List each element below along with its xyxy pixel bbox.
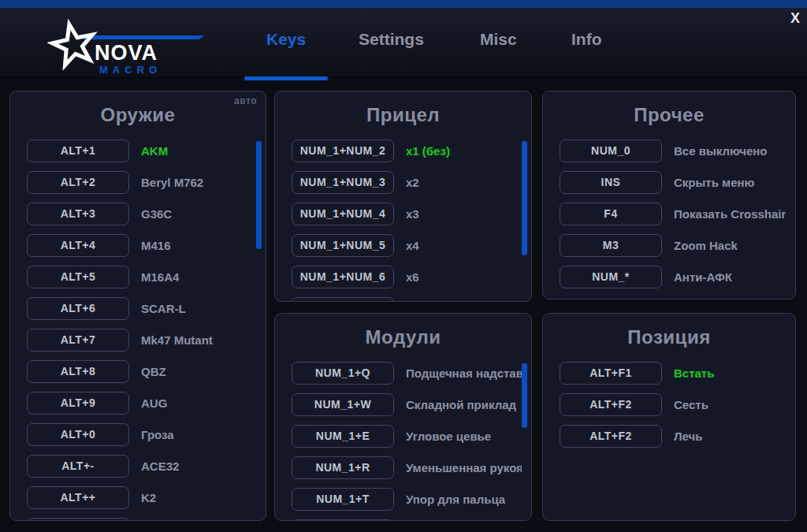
hotkey-row: ALT+8 QBZ (10, 355, 266, 387)
auto-badge: авто (234, 95, 257, 106)
hotkey-row (10, 513, 266, 521)
hotkey-button[interactable]: NUM_1+R (292, 456, 394, 479)
hotkey-button[interactable]: ALT+4 (27, 234, 129, 257)
panel-scope: Прицел NUM_1+NUM_2 x1 (без) NUM_1+NUM_3 … (274, 91, 532, 302)
hotkey-row: NUM_1+NUM_6 x6 (275, 261, 531, 292)
hotkey-button[interactable]: F4 (560, 203, 662, 225)
hotkey-action-label: Угловое цевье (406, 430, 522, 443)
hotkey-button[interactable]: NUM_1+W (292, 393, 394, 416)
panel-title-scope: Прицел (275, 91, 531, 127)
panel-title-weapons: Оружие (10, 91, 266, 127)
hotkey-action-label: Упор для пальца (406, 493, 522, 506)
hotkey-action-label: Zoom Hack (674, 239, 786, 252)
hotkey-action-label: Встать (674, 366, 786, 380)
hotkey-button[interactable]: ALT+5 (27, 266, 129, 288)
hotkey-action-label: Подщечная надстав (406, 366, 522, 380)
hotkey-button[interactable]: INS (560, 171, 662, 194)
hotkey-action-label: x6 (406, 270, 522, 284)
hotkey-row: NUM_1+NUM_4 x3 (275, 198, 531, 229)
tab-settings[interactable]: Settings (359, 30, 424, 49)
hotkey-button[interactable]: ALT+F2 (560, 393, 662, 416)
hotkey-row (275, 292, 531, 302)
hotkey-row: INS Скрыть меню (543, 166, 795, 198)
hotkey-button[interactable]: NUM_1+E (292, 425, 394, 448)
hotkey-button[interactable] (27, 518, 129, 522)
hotkey-action-label: x2 (406, 176, 522, 189)
hotkey-button[interactable]: ALT+2 (27, 171, 129, 194)
hotkey-button[interactable]: ALT+6 (27, 297, 129, 320)
tab-info[interactable]: Info (571, 30, 601, 49)
hotkey-button[interactable]: NUM_1+NUM_4 (292, 203, 394, 225)
hotkey-action-label: AUG (141, 396, 256, 410)
tab-misc[interactable]: Misc (480, 30, 517, 49)
hotkey-button[interactable]: NUM_1+NUM_2 (292, 140, 394, 162)
hotkey-row: ALT+0 Гроза (10, 419, 266, 450)
scrollbar-thumb[interactable] (256, 141, 262, 249)
hotkey-action-label: x1 (без) (406, 144, 522, 158)
hotkey-row: NUM_1+NUM_5 x4 (275, 229, 531, 261)
hotkey-button[interactable]: NUM_* (560, 266, 662, 288)
hotkey-action-label: SCAR-L (141, 302, 256, 315)
scrollbar-thumb[interactable] (522, 141, 527, 255)
hotkey-button[interactable] (292, 519, 394, 522)
hotkey-action-label: Показать Crosshair (674, 207, 786, 221)
app-logo: NOVA MACRO (41, 9, 179, 79)
hotkey-action-label: AKM (141, 144, 256, 158)
hotkey-action-label: M416 (141, 239, 256, 252)
hotkey-row: F4 Показать Crosshair (543, 198, 795, 229)
scrollbar-thumb[interactable] (522, 363, 527, 428)
hotkey-action-label: Скрыть меню (674, 176, 786, 189)
hotkey-button[interactable]: ALT+3 (27, 203, 129, 225)
hotkey-button[interactable]: ALT++ (27, 486, 129, 509)
panel-title-position: Позиция (543, 314, 795, 349)
hotkey-list-other: NUM_0 Все выключено INS Скрыть меню F4 П… (543, 135, 795, 292)
hotkey-row: ALT+1 AKM (10, 135, 266, 166)
hotkey-button[interactable]: ALT+9 (27, 392, 129, 415)
hotkey-row (275, 515, 531, 521)
panel-title-other: Прочее (543, 91, 795, 127)
hotkey-button[interactable]: ALT+F2 (560, 425, 662, 448)
hotkey-action-label: ACE32 (141, 459, 256, 473)
hotkey-button[interactable]: ALT+1 (27, 140, 129, 162)
hotkey-action-label: Складной приклад (406, 398, 522, 411)
hotkey-row: NUM_* Анти-АФК (543, 261, 795, 292)
hotkey-row: NUM_1+NUM_2 x1 (без) (275, 135, 531, 166)
hotkey-button[interactable]: NUM_1+NUM_5 (292, 234, 394, 257)
hotkey-button[interactable]: M3 (560, 234, 662, 257)
hotkey-button[interactable]: NUM_1+NUM_3 (292, 171, 394, 194)
close-button[interactable]: X (787, 9, 804, 27)
hotkey-row: M3 Zoom Hack (543, 229, 795, 261)
hotkey-button[interactable]: ALT+- (27, 455, 129, 478)
panel-weapons: авто Оружие ALT+1 AKM ALT+2 Beryl M762 A… (9, 91, 266, 521)
hotkey-button[interactable]: NUM_0 (560, 140, 662, 162)
hotkey-button[interactable]: ALT+7 (27, 329, 129, 352)
hotkey-action-label: Уменьшенная рукоя (406, 461, 522, 474)
hotkey-button[interactable]: NUM_1+Q (292, 362, 394, 385)
panel-title-modules: Модули (275, 314, 531, 349)
hotkey-button[interactable] (292, 297, 394, 303)
hotkey-button[interactable]: NUM_1+T (292, 488, 394, 511)
hotkey-button[interactable]: ALT+F1 (560, 362, 662, 385)
hotkey-row: NUM_0 Все выключено (543, 135, 795, 166)
hotkey-list-weapons: ALT+1 AKM ALT+2 Beryl M762 ALT+3 G36C AL… (10, 135, 266, 521)
hotkey-list-position: ALT+F1 Встать ALT+F2 Сесть ALT+F2 Лечь (543, 357, 795, 452)
hotkey-row: ALT+- ACE32 (10, 450, 266, 482)
hotkey-list-modules: NUM_1+Q Подщечная надстав NUM_1+W Складн… (275, 357, 531, 521)
hotkey-row: ALT+F2 Лечь (543, 420, 795, 452)
hotkey-action-label: x4 (406, 239, 522, 252)
tab-keys[interactable]: Keys (266, 30, 306, 49)
hotkey-row: NUM_1+W Складной приклад (275, 389, 531, 420)
hotkey-row: NUM_1+Q Подщечная надстав (275, 357, 531, 389)
hotkey-action-label: Гроза (141, 428, 256, 441)
hotkey-row: ALT+3 G36C (10, 198, 266, 229)
hotkey-row: ALT+7 Mk47 Mutant (10, 324, 266, 355)
hotkey-row: ALT+F2 Сесть (543, 389, 795, 420)
hotkey-button[interactable]: ALT+8 (27, 360, 129, 383)
hotkey-row: ALT+6 SCAR-L (10, 292, 266, 324)
title-bar (0, 0, 807, 8)
hotkey-row: NUM_1+NUM_3 x2 (275, 166, 531, 198)
hotkey-button[interactable]: NUM_1+NUM_6 (292, 266, 394, 288)
hotkey-action-label: M16A4 (141, 270, 256, 284)
logo-subtitle: MACRO (99, 64, 162, 76)
hotkey-button[interactable]: ALT+0 (27, 423, 129, 446)
